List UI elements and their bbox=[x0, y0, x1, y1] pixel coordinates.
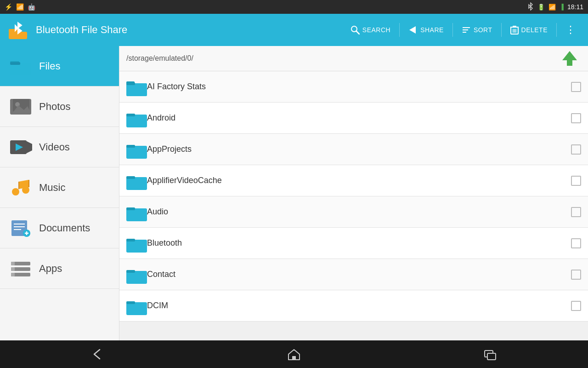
svg-rect-27 bbox=[18, 182, 19, 189]
folder-item-bluetooth[interactable]: Bluetooth bbox=[119, 228, 588, 259]
svg-marker-23 bbox=[27, 141, 32, 153]
bluetooth-status-icon bbox=[527, 2, 534, 12]
svg-rect-59 bbox=[126, 270, 135, 273]
folder-icon bbox=[126, 172, 147, 190]
svg-rect-52 bbox=[126, 177, 147, 190]
svg-rect-53 bbox=[126, 176, 135, 179]
file-browser: /storage/emulated/0/ AI Factory Stats bbox=[119, 46, 588, 340]
file-list: AI Factory Stats Android AppProjects bbox=[119, 71, 588, 340]
wifi-icon: 📶 bbox=[548, 4, 556, 11]
music-icon bbox=[9, 176, 32, 199]
sidebar-photos-label: Photos bbox=[39, 101, 71, 113]
main-content: Files Photos Vi bbox=[0, 46, 588, 340]
sort-label: SORT bbox=[474, 26, 492, 34]
svg-rect-39 bbox=[11, 262, 15, 265]
sidebar-item-videos[interactable]: Videos bbox=[0, 127, 119, 167]
app-header: Bluetooth File Share SEARCH SHARE SORT bbox=[0, 14, 588, 46]
folder-icon bbox=[126, 265, 147, 284]
svg-marker-4 bbox=[409, 26, 416, 34]
checkbox-ai-factory-stats[interactable] bbox=[571, 82, 581, 92]
sidebar: Files Photos Vi bbox=[0, 46, 119, 340]
svg-rect-62 bbox=[292, 356, 296, 360]
delete-label: DELETE bbox=[521, 26, 548, 34]
path-bar: /storage/emulated/0/ bbox=[119, 46, 588, 71]
status-bar-right: 🔋 📶 ▐ 18:11 bbox=[527, 2, 583, 12]
status-bar-left: ⚡ 📶 🤖 bbox=[5, 3, 35, 11]
time-display: 18:11 bbox=[567, 3, 583, 11]
svg-rect-58 bbox=[126, 271, 147, 284]
delete-button[interactable]: DELETE bbox=[505, 22, 553, 38]
share-button[interactable]: SHARE bbox=[403, 22, 449, 38]
folder-name-appprojects: AppProjects bbox=[147, 144, 571, 154]
svg-rect-40 bbox=[11, 267, 15, 271]
search-button[interactable]: SEARCH bbox=[345, 22, 396, 38]
sidebar-apps-label: Apps bbox=[39, 263, 62, 275]
folder-item-dcim[interactable]: DCIM bbox=[119, 290, 588, 322]
svg-line-3 bbox=[356, 31, 359, 34]
up-button[interactable] bbox=[558, 47, 581, 70]
current-path: /storage/emulated/0/ bbox=[126, 54, 193, 63]
svg-rect-57 bbox=[126, 239, 135, 242]
folder-item-ai-factory-stats[interactable]: AI Factory Stats bbox=[119, 71, 588, 103]
sidebar-item-documents[interactable]: Documents bbox=[0, 208, 119, 248]
sidebar-item-files[interactable]: Files bbox=[0, 46, 119, 86]
svg-rect-51 bbox=[126, 145, 135, 148]
svg-rect-46 bbox=[126, 83, 147, 96]
svg-rect-54 bbox=[126, 208, 147, 221]
status-bar: ⚡ 📶 🤖 🔋 📶 ▐ 18:11 bbox=[0, 0, 588, 14]
sidebar-item-apps[interactable]: Apps bbox=[0, 248, 119, 289]
svg-rect-50 bbox=[126, 146, 147, 159]
folder-item-audio[interactable]: Audio bbox=[119, 196, 588, 228]
folder-item-appprojects[interactable]: AppProjects bbox=[119, 134, 588, 165]
wifi-search-icon: 📶 bbox=[16, 3, 24, 11]
svg-rect-49 bbox=[126, 114, 135, 116]
svg-rect-55 bbox=[126, 207, 135, 210]
checkbox-audio[interactable] bbox=[571, 207, 581, 217]
divider4 bbox=[556, 23, 557, 37]
svg-point-26 bbox=[22, 186, 29, 194]
svg-rect-13 bbox=[513, 26, 516, 27]
sidebar-item-photos[interactable]: Photos bbox=[0, 86, 119, 127]
battery-icon: ▐ bbox=[560, 4, 564, 10]
apps-icon bbox=[9, 257, 32, 280]
divider2 bbox=[452, 23, 453, 37]
folder-icon bbox=[126, 140, 147, 159]
folder-item-android[interactable]: Android bbox=[119, 103, 588, 134]
folder-icon bbox=[126, 78, 147, 96]
svg-rect-28 bbox=[28, 180, 29, 187]
files-icon bbox=[9, 55, 32, 78]
svg-rect-41 bbox=[11, 273, 15, 276]
svg-rect-64 bbox=[487, 353, 496, 360]
folder-name-android: Android bbox=[147, 113, 571, 123]
checkbox-contact[interactable] bbox=[571, 270, 581, 280]
sidebar-item-music[interactable]: Music bbox=[0, 167, 119, 208]
divider1 bbox=[399, 23, 400, 37]
folder-item-contact[interactable]: Contact bbox=[119, 259, 588, 290]
folder-name-contact: Contact bbox=[147, 270, 571, 279]
checkbox-dcim[interactable] bbox=[571, 301, 581, 311]
sort-button[interactable]: SORT bbox=[456, 22, 498, 38]
folder-item-applifervideocache[interactable]: ApplifierVideoCache bbox=[119, 165, 588, 196]
recents-button[interactable] bbox=[469, 343, 511, 365]
svg-rect-43 bbox=[567, 60, 572, 66]
folder-icon bbox=[126, 234, 147, 253]
checkbox-android[interactable] bbox=[571, 113, 581, 123]
folder-name-dcim: DCIM bbox=[147, 301, 571, 310]
photos-icon bbox=[9, 95, 32, 118]
documents-icon bbox=[9, 217, 32, 240]
folder-name-applifervideocache: ApplifierVideoCache bbox=[147, 176, 571, 185]
home-button[interactable] bbox=[273, 343, 315, 365]
app-icon bbox=[7, 19, 29, 41]
folder-icon bbox=[126, 297, 147, 315]
checkbox-appprojects[interactable] bbox=[571, 144, 581, 155]
svg-rect-47 bbox=[126, 82, 135, 85]
sidebar-music-label: Music bbox=[39, 182, 65, 194]
divider3 bbox=[501, 23, 502, 37]
back-button[interactable] bbox=[77, 343, 119, 365]
sidebar-videos-label: Videos bbox=[39, 141, 70, 153]
checkbox-bluetooth[interactable] bbox=[571, 238, 581, 248]
svg-rect-60 bbox=[126, 302, 147, 315]
svg-rect-48 bbox=[126, 115, 147, 127]
more-button[interactable]: ⋮ bbox=[560, 20, 581, 40]
checkbox-applifervideocache[interactable] bbox=[571, 176, 581, 186]
